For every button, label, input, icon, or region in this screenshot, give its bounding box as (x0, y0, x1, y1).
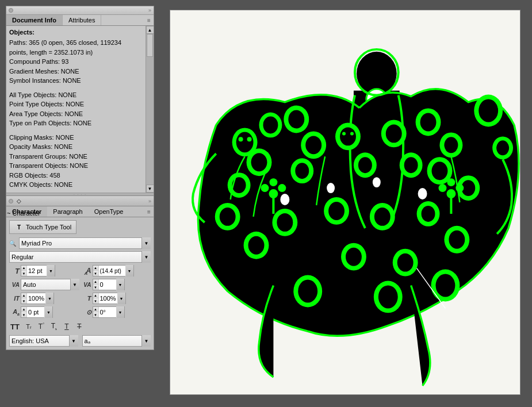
tab-attributes[interactable]: Attributes (63, 15, 101, 25)
horiz-scale-dropdown[interactable]: ▼ (117, 293, 125, 304)
leading-down[interactable]: ▼ (93, 271, 98, 276)
language-wrapper[interactable]: English: USA English: UK ▼ (9, 335, 78, 347)
panel-menu-icon[interactable]: ≡ (144, 15, 154, 25)
typo-superscript-button[interactable]: T° (37, 322, 46, 331)
svg-point-69 (261, 184, 269, 192)
horiz-scale-down[interactable]: ▼ (93, 298, 98, 304)
svg-point-7 (239, 137, 243, 141)
scrollbar-down[interactable]: ▼ (146, 185, 154, 193)
fontsize-spinners[interactable]: ▲ ▼ (21, 266, 27, 276)
scrollbar-track[interactable] (146, 34, 154, 185)
rotation-input[interactable] (99, 307, 116, 317)
typo-subscript-button[interactable]: T₁ (49, 321, 59, 332)
character-panel-header: ◇ » (6, 196, 154, 206)
typo-underline-button[interactable]: T (62, 322, 71, 331)
fontsize-down[interactable]: ▼ (21, 271, 26, 276)
baseline-input[interactable] (27, 307, 44, 317)
tracking-up[interactable]: ▲ (93, 279, 98, 285)
vert-scale-input[interactable] (27, 293, 45, 304)
fontsize-dropdown[interactable]: ▼ (47, 265, 55, 277)
baseline-spinners[interactable]: ▲ ▼ (21, 307, 27, 317)
vert-scale-down[interactable]: ▼ (21, 298, 26, 304)
tab-paragraph[interactable]: Paragraph (47, 206, 88, 217)
leading-spinners[interactable]: ▲ ▼ (93, 266, 99, 276)
typo-all-caps-button[interactable]: TT (9, 322, 21, 332)
rotation-down[interactable]: ▼ (93, 312, 98, 317)
tracking-dropdown[interactable]: ▼ (116, 279, 124, 290)
fontsize-up[interactable]: ▲ (21, 266, 26, 271)
close-dot[interactable] (9, 8, 13, 13)
language-select[interactable]: English: USA English: UK (9, 335, 78, 347)
vert-scale-spinners[interactable]: ▲ ▼ (21, 293, 27, 304)
baseline-group[interactable]: ▲ ▼ ▼ (21, 306, 53, 318)
fontsize-group[interactable]: ▲ ▼ ▼ (21, 265, 55, 277)
svg-point-48 (374, 207, 391, 225)
tracking-down[interactable]: ▼ (93, 285, 98, 290)
font-style-wrapper[interactable]: Regular Bold Italic Bold Italic ▼ (9, 251, 151, 263)
tab-document-info[interactable]: Document Info (6, 15, 63, 25)
touch-type-tool-button[interactable]: T Touch Type Tool (9, 220, 76, 234)
svg-point-22 (295, 163, 309, 179)
horiz-scale-input[interactable] (99, 293, 117, 304)
scrollbar-up[interactable]: ▲ (146, 26, 154, 34)
fontsize-input[interactable] (27, 266, 47, 276)
scale-row: IT ▲ ▼ ▼ T ▲ ▼ (9, 293, 151, 304)
svg-point-62 (298, 279, 317, 302)
leading-up[interactable]: ▲ (93, 266, 98, 271)
svg-point-34 (496, 140, 509, 155)
horiz-scale-group[interactable]: ▲ ▼ ▼ (93, 293, 126, 304)
svg-point-78 (327, 183, 335, 193)
language-row: English: USA English: UK ▼ aₐ ▼ (9, 335, 151, 347)
kerning-icon: VA (9, 282, 20, 288)
kerning-wrapper[interactable]: Auto 0 Optical ▼ (21, 279, 79, 290)
panel-header: » (6, 6, 154, 15)
font-style-select[interactable]: Regular Bold Italic Bold Italic (9, 251, 151, 263)
tracking-group[interactable]: ▲ ▼ ▼ (93, 279, 125, 290)
leading-group[interactable]: ▲ ▼ ▼ (93, 265, 134, 277)
panel-scrollbar[interactable]: ▲ ▼ (146, 26, 154, 193)
char-menu-icon[interactable]: ≡ (144, 209, 154, 215)
horiz-scale-spinners[interactable]: ▲ ▼ (93, 293, 99, 304)
char-collapse-arrows[interactable]: » (148, 198, 151, 204)
svg-point-64 (378, 285, 398, 308)
char-close-dot[interactable] (9, 199, 13, 203)
kerning-select[interactable]: Auto 0 Optical (21, 279, 79, 290)
info-line-10: Opacity Masks: NONE (9, 142, 143, 152)
panel-content-inner: Objects: Paths: 365 (0 open, 365 closed,… (9, 29, 151, 190)
scrollbar-thumb[interactable] (147, 34, 153, 57)
svg-point-37 (342, 132, 346, 135)
svg-point-42 (358, 157, 372, 173)
rotation-up[interactable]: ▲ (93, 307, 98, 312)
aa-select[interactable]: aₐ (82, 335, 151, 347)
info-line-6: Point Type Objects: NONE (9, 99, 143, 109)
rotation-dropdown[interactable]: ▼ (116, 306, 124, 318)
collapse-arrows[interactable]: » (148, 7, 151, 13)
tracking-spinners[interactable]: ▲ ▼ (93, 279, 99, 290)
font-family-select[interactable]: Myriad Pro Arial Helvetica Times New Rom… (19, 237, 151, 249)
info-line-0: Paths: 365 (0 open, 365 closed, 119234 (9, 38, 143, 48)
info-line-2: Compound Paths: 93 (9, 57, 143, 67)
leading-dropdown[interactable]: ▼ (125, 265, 133, 277)
info-line-9: Clipping Masks: NONE (9, 133, 143, 143)
typo-strikethrough-button[interactable]: T (75, 322, 84, 331)
vert-scale-group[interactable]: ▲ ▼ ▼ (21, 293, 54, 304)
baseline-up[interactable]: ▲ (21, 307, 26, 312)
canvas-area (167, 6, 523, 398)
svg-point-58 (346, 247, 362, 266)
typo-small-caps-button[interactable]: Tr (24, 322, 33, 331)
vert-scale-up[interactable]: ▲ (21, 293, 26, 298)
font-family-wrapper[interactable]: Myriad Pro Arial Helvetica Times New Rom… (19, 237, 151, 249)
leading-input[interactable] (99, 266, 125, 276)
vert-scale-dropdown[interactable]: ▼ (45, 293, 53, 304)
svg-point-10 (263, 116, 278, 133)
baseline-down[interactable]: ▼ (21, 312, 26, 317)
horiz-scale-icon: T (81, 295, 91, 302)
rotation-group[interactable]: ▲ ▼ ▼ (93, 306, 125, 318)
tracking-input[interactable] (99, 279, 116, 290)
horiz-scale-up[interactable]: ▲ (93, 293, 98, 298)
rotation-spinners[interactable]: ▲ ▼ (93, 307, 99, 317)
baseline-dropdown[interactable]: ▼ (44, 306, 52, 318)
aa-wrapper[interactable]: aₐ ▼ (82, 335, 151, 347)
canvas-container[interactable] (170, 10, 520, 395)
tab-opentype[interactable]: OpenType (89, 206, 129, 217)
